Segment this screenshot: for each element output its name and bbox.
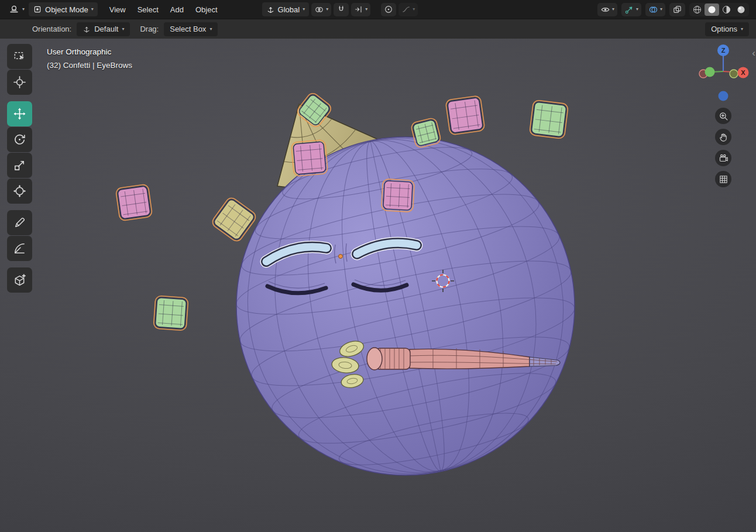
material-shading-icon <box>721 5 731 15</box>
menu-object[interactable]: Object <box>190 2 224 17</box>
editor-type-selector[interactable]: ▾ <box>5 2 29 16</box>
object-mode-icon <box>33 5 42 14</box>
chevron-down-icon: ▾ <box>22 7 25 12</box>
perspective-toggle-button[interactable] <box>715 171 731 187</box>
tool-add-cube[interactable] <box>7 267 32 293</box>
shading-wireframe-button[interactable] <box>690 4 705 16</box>
mode-selector[interactable]: Object Mode ▾ <box>29 2 98 16</box>
chevron-down-icon: ▾ <box>612 7 614 12</box>
options-dropdown[interactable]: Options ▾ <box>705 22 749 36</box>
annotate-pen-icon <box>13 216 26 229</box>
chevron-down-icon: ▾ <box>91 7 94 12</box>
header-right: ▾ ▾ ▾ <box>597 3 751 16</box>
measure-icon <box>13 242 26 255</box>
wireframe-shading-icon <box>692 5 702 15</box>
drag-field-label: Drag: <box>140 25 159 33</box>
gizmo-x-label: X <box>741 69 745 76</box>
orientation-axis-icon <box>83 25 91 33</box>
snap-target-dropdown[interactable]: ▾ <box>351 3 370 16</box>
tool-scale[interactable] <box>7 153 32 178</box>
pan-button[interactable] <box>715 129 731 145</box>
confetti-piece[interactable] <box>530 100 569 139</box>
tool-select-box[interactable] <box>7 44 32 69</box>
snap-toggle[interactable] <box>334 3 349 16</box>
shading-solid-button[interactable] <box>705 4 719 16</box>
transform-orientation-dropdown[interactable]: Global ▾ <box>262 2 310 16</box>
chevron-down-icon: ▾ <box>303 7 305 12</box>
confetti-piece[interactable] <box>410 117 441 148</box>
gizmo-axis-neg-y[interactable] <box>730 70 738 78</box>
blender-window: ▾ Object Mode ▾ View Select Add Object G… <box>0 0 756 532</box>
tool-measure[interactable] <box>7 236 32 261</box>
editor-type-icon <box>9 4 19 15</box>
show-overlays-dropdown[interactable]: ▾ <box>645 3 665 16</box>
shading-material-button[interactable] <box>719 4 734 16</box>
drag-value: Select Box <box>170 25 206 33</box>
shading-selector <box>689 3 749 16</box>
proportional-falloff-dropdown[interactable]: ▾ <box>398 3 418 16</box>
tool-move[interactable] <box>7 101 32 126</box>
toolbar-separator <box>7 204 32 210</box>
chevron-down-icon: ▾ <box>209 27 212 32</box>
tool-annotate[interactable] <box>7 210 32 235</box>
orientation-default-dropdown[interactable]: Default ▾ <box>77 22 130 36</box>
chevron-down-icon: ▾ <box>660 7 662 12</box>
tool-rotate[interactable] <box>7 127 32 152</box>
menu-bar: View Select Add Object <box>104 2 224 17</box>
viewport-header: ▾ Object Mode ▾ View Select Add Object G… <box>0 0 756 19</box>
pivot-point-icon <box>314 5 324 15</box>
scene-canvas[interactable] <box>0 39 756 532</box>
confetti-piece[interactable] <box>291 140 328 177</box>
add-cube-icon <box>13 273 26 287</box>
tool-settings-bar: Orientation: Default ▾ Drag: Select Box … <box>0 19 756 39</box>
sidebar-toggle-arrow[interactable]: ‹ <box>752 48 755 58</box>
zoom-button[interactable] <box>715 108 731 124</box>
scale-icon <box>13 159 26 172</box>
rotate-icon <box>13 133 26 146</box>
chevron-down-icon: ▾ <box>365 7 367 12</box>
xray-toggle[interactable] <box>669 3 685 16</box>
chevron-down-icon: ▾ <box>326 7 328 12</box>
chevron-down-icon: ▾ <box>636 7 638 12</box>
drag-mode-dropdown[interactable]: Select Box ▾ <box>164 22 218 36</box>
solid-shading-icon <box>707 5 717 15</box>
show-gizmos-dropdown[interactable]: ▾ <box>621 3 641 16</box>
toolbar <box>7 44 32 293</box>
confetti-piece[interactable] <box>210 195 257 243</box>
confetti-piece[interactable] <box>382 179 415 212</box>
visibility-dropdown[interactable]: ▾ <box>597 3 617 16</box>
shading-rendered-button[interactable] <box>734 4 748 16</box>
confetti-piece[interactable] <box>153 296 188 331</box>
confetti-piece[interactable] <box>445 95 485 135</box>
options-label: Options <box>711 25 737 33</box>
falloff-curve-icon <box>401 5 411 14</box>
tool-cursor[interactable] <box>7 70 32 95</box>
proportional-editing-icon <box>384 5 393 14</box>
menu-add[interactable]: Add <box>164 2 190 17</box>
toolbar-separator <box>7 262 32 267</box>
magnifier-icon <box>719 111 728 121</box>
mode-label: Object Mode <box>45 5 88 14</box>
gizmo-axis-y[interactable] <box>705 67 715 77</box>
proportional-editing-toggle[interactable] <box>381 3 396 16</box>
object-origin-dot[interactable] <box>339 255 343 259</box>
confetti-piece[interactable] <box>115 184 152 221</box>
orientation-field-label: Orientation: <box>32 25 71 33</box>
toolbar-separator <box>7 95 32 101</box>
rendered-shading-icon <box>736 5 746 15</box>
pivot-point-dropdown[interactable]: ▾ <box>311 3 331 16</box>
gizmo-axis-neg-z[interactable] <box>719 91 728 101</box>
tool-transform[interactable] <box>7 179 32 204</box>
grid-icon <box>719 174 728 184</box>
face-sphere[interactable] <box>205 105 606 507</box>
menu-view[interactable]: View <box>104 2 132 17</box>
camera-icon <box>719 153 728 163</box>
move-icon <box>13 107 26 121</box>
overlays-icon <box>648 5 658 15</box>
chevron-down-icon: ▾ <box>413 7 415 12</box>
navigation-gizmo[interactable]: Z X <box>696 44 750 103</box>
viewport-3d[interactable]: User Orthographic (32) Confetti | EyeBro… <box>0 39 756 532</box>
camera-view-button[interactable] <box>715 150 731 166</box>
header-center: Global ▾ ▾ ▾ ▾ <box>262 2 418 16</box>
menu-select[interactable]: Select <box>132 2 164 17</box>
